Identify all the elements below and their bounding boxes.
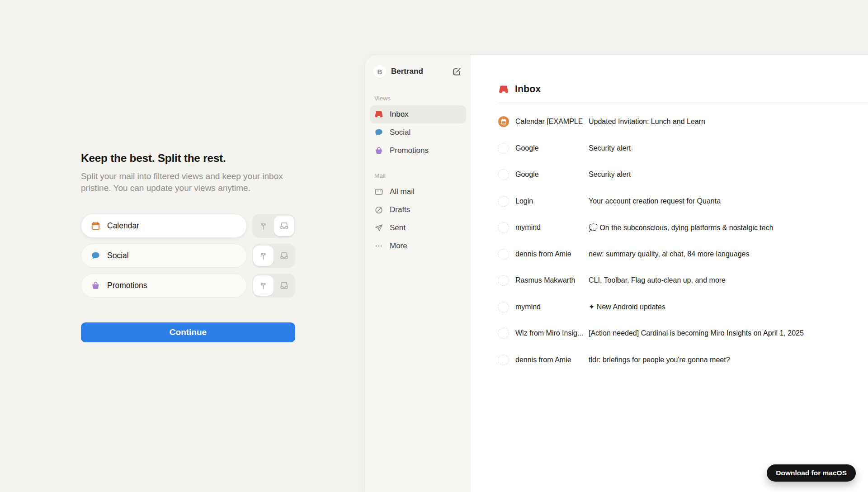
email-subject: tldr: briefings for people you're gonna …	[589, 356, 730, 364]
view-pill-label: Social	[107, 251, 129, 260]
email-row[interactable]: dennis from Amie new: summary quality, a…	[498, 241, 868, 268]
dashed-avatar	[498, 196, 509, 207]
sidebar-item-label: Sent	[390, 223, 406, 232]
basket-icon	[91, 281, 100, 290]
inbox-option-button[interactable]	[274, 275, 294, 296]
email-subject: Security alert	[589, 170, 631, 179]
email-row[interactable]: Login Your account creation request for …	[498, 188, 868, 215]
sent-icon	[374, 223, 383, 232]
continue-button[interactable]: Continue	[81, 322, 295, 342]
email-subject: Updated Invitation: Lunch and Learn	[589, 118, 705, 126]
dashed-avatar	[498, 169, 509, 180]
split-option-button[interactable]	[253, 216, 274, 236]
view-row-calendar: Calendar	[81, 214, 295, 238]
dashed-avatar	[498, 328, 509, 339]
inbox-option-button[interactable]	[274, 216, 294, 236]
sidebar-item-more[interactable]: More	[370, 237, 466, 255]
sidebar-item-label: All mail	[390, 187, 415, 196]
email-sender: mymind	[515, 223, 583, 232]
drafts-icon	[374, 205, 383, 214]
inbox-main-area: Inbox Calendar [EXAMPLE] Updated Invitat…	[471, 55, 868, 492]
email-subject: Your account creation request for Quanta	[589, 197, 721, 205]
speech-bubble-icon	[91, 251, 100, 260]
sidebar-item-social[interactable]: Social	[370, 123, 466, 142]
email-sender: Wiz from Miro Insig...	[515, 329, 583, 337]
sidebar-item-label: Inbox	[390, 110, 409, 119]
email-row[interactable]: mymind 💭 On the subconscious, dying plat…	[498, 214, 868, 241]
header-divider	[498, 103, 868, 103]
email-sender: dennis from Amie	[515, 250, 583, 258]
email-subject: 💭 On the subconscious, dying platforms &…	[589, 223, 774, 232]
email-sender: Google	[515, 144, 583, 152]
calendar-icon	[91, 221, 100, 231]
inbox-title: Inbox	[515, 84, 541, 95]
sidebar-item-sent[interactable]: Sent	[370, 219, 466, 237]
dashed-avatar	[498, 143, 509, 154]
email-subject: new: summary quality, ai chat, 84 more l…	[589, 250, 749, 258]
email-sender: mymind	[515, 303, 583, 311]
email-row[interactable]: Calendar [EXAMPLE] Updated Invitation: L…	[498, 109, 868, 135]
email-list: Calendar [EXAMPLE] Updated Invitation: L…	[498, 109, 868, 373]
inbox-tray-icon	[374, 110, 383, 119]
dashed-avatar	[498, 355, 509, 365]
email-row[interactable]: Wiz from Miro Insig... [Action needed] C…	[498, 320, 868, 347]
email-row[interactable]: dennis from Amie tldr: briefings for peo…	[498, 347, 868, 374]
basket-icon	[374, 146, 383, 155]
sidebar-item-all-mail[interactable]: All mail	[370, 183, 466, 201]
view-row-social: Social	[81, 244, 295, 268]
inbox-header: Inbox	[498, 84, 868, 95]
account-name: Bertrand	[391, 67, 451, 76]
calendar-view-pill[interactable]: Calendar	[81, 214, 247, 238]
sidebar-section-label-views: Views	[374, 95, 466, 102]
email-subject: Security alert	[589, 144, 631, 152]
split-option-button[interactable]	[253, 246, 274, 266]
email-sender: dennis from Amie	[515, 356, 583, 364]
email-sender: Rasmus Makwarth	[515, 276, 583, 284]
email-subject: ✦ New Android updates	[589, 303, 665, 311]
email-subject: [Action needed] Cardinal is becoming Mir…	[589, 329, 804, 337]
onboarding-panel: Keep the best. Split the rest. Split you…	[81, 152, 295, 342]
compose-icon	[452, 67, 462, 76]
sidebar-section-label-mail: Mail	[374, 172, 466, 179]
sidebar-item-promotions[interactable]: Promotions	[370, 142, 466, 160]
more-icon	[374, 241, 383, 251]
sidebar-item-label: More	[390, 241, 407, 251]
split-option-button[interactable]	[253, 275, 274, 296]
dashed-avatar	[498, 275, 509, 286]
promotions-destination-toggle	[252, 274, 295, 298]
compose-button[interactable]	[451, 66, 462, 77]
page-subtitle: Split your mail into filtered views and …	[81, 170, 285, 194]
all-mail-icon	[374, 187, 383, 196]
mail-app-preview: B Bertrand Views Inbox Social Promotions…	[365, 55, 868, 492]
calendar-destination-toggle	[252, 214, 295, 238]
sidebar-item-label: Social	[390, 128, 410, 137]
account-row: B Bertrand	[370, 65, 466, 78]
sidebar-item-inbox[interactable]: Inbox	[370, 105, 466, 123]
email-row[interactable]: Google Security alert	[498, 161, 868, 188]
sidebar-item-drafts[interactable]: Drafts	[370, 201, 466, 219]
view-pill-label: Promotions	[107, 281, 147, 290]
promotions-view-pill[interactable]: Promotions	[81, 274, 247, 298]
social-view-pill[interactable]: Social	[81, 244, 247, 268]
sidebar-item-label: Drafts	[390, 205, 410, 214]
email-row[interactable]: mymind ✦ New Android updates	[498, 294, 868, 321]
view-row-promotions: Promotions	[81, 274, 295, 298]
calendar-avatar-icon	[498, 116, 509, 127]
sidebar-item-label: Promotions	[390, 146, 429, 155]
view-pill-label: Calendar	[107, 221, 139, 231]
email-subject: CLI, Toolbar, Flag auto-clean up, and mo…	[589, 276, 726, 284]
email-sender: Calendar [EXAMPLE]	[515, 118, 583, 126]
social-destination-toggle	[252, 244, 295, 268]
email-row[interactable]: Google Security alert	[498, 135, 868, 162]
dashed-avatar	[498, 302, 509, 312]
email-sender: Login	[515, 197, 583, 205]
dashed-avatar	[498, 222, 509, 233]
sidebar: B Bertrand Views Inbox Social Promotions…	[365, 55, 471, 492]
email-sender: Google	[515, 170, 583, 179]
avatar[interactable]: B	[373, 65, 386, 78]
speech-bubble-icon	[374, 128, 383, 137]
inbox-tray-icon	[498, 84, 509, 95]
inbox-option-button[interactable]	[274, 246, 294, 266]
email-row[interactable]: Rasmus Makwarth CLI, Toolbar, Flag auto-…	[498, 267, 868, 294]
download-for-macos-button[interactable]: Download for macOS	[767, 464, 856, 482]
